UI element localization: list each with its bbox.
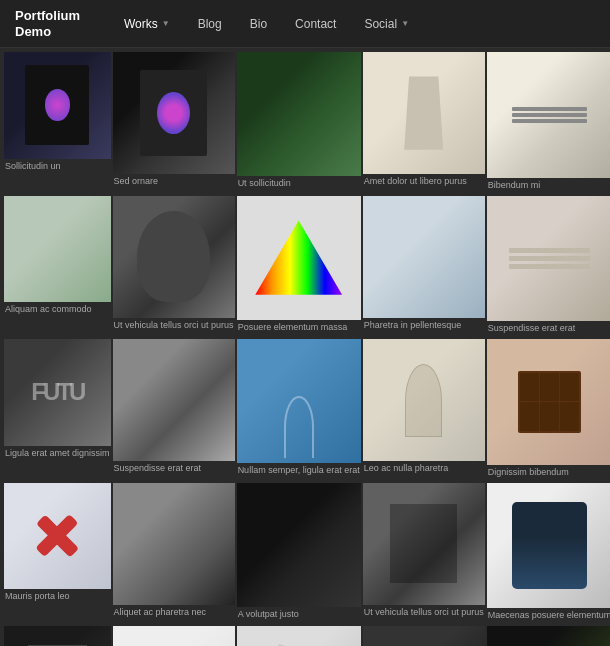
grid-item-27[interactable]: Maecenas posuere — [237, 626, 361, 646]
grid-item-9[interactable]: Posuere elementum massa — [237, 196, 361, 338]
thumb-29 — [487, 626, 610, 646]
thumb-caption-3: Ut sollicitudin — [237, 178, 361, 192]
thumb-3 — [237, 52, 361, 176]
thumb-caption-14: Suspendisse erat erat — [113, 463, 235, 477]
nav-item-works[interactable]: Works▼ — [110, 0, 184, 48]
nav-item-social[interactable]: Social▼ — [350, 0, 423, 48]
thumb-caption-17: Dignissim bibendum — [487, 467, 610, 481]
thumb-caption-4: Amet dolor ut libero purus — [363, 176, 485, 190]
grid-item-11[interactable]: Suspendisse erat erat — [487, 196, 610, 338]
thumb-7 — [4, 196, 111, 303]
thumb-22 — [363, 483, 485, 605]
grid-item-1[interactable]: Sollicitudin un — [4, 52, 111, 194]
grid-item-29[interactable]: Mauris porta leo ac nulla — [487, 626, 610, 646]
thumb-caption-7: Aliquam ac commodo — [4, 304, 111, 318]
nav-item-bio[interactable]: Bio — [236, 0, 281, 48]
thumb-caption-8: Ut vehicula tellus orci ut purus — [113, 320, 235, 334]
thumb-23 — [487, 483, 610, 609]
thumb-caption-10: Pharetra in pellentesque — [363, 320, 485, 334]
logo-line1: Portfolium — [15, 8, 80, 24]
grid-item-15[interactable]: Nullam semper, ligula erat erat — [237, 339, 361, 481]
nav-label-works: Works — [124, 17, 158, 31]
grid-item-4[interactable]: Amet dolor ut libero purus — [363, 52, 485, 194]
nav-label-contact: Contact — [295, 17, 336, 31]
works-grid: Sollicitudin unSed ornareUt sollicitudin… — [0, 48, 610, 646]
nav-item-blog[interactable]: Blog — [184, 0, 236, 48]
thumb-17 — [487, 339, 610, 465]
grid-item-28[interactable]: Sed interdum — [363, 626, 485, 646]
thumb-caption-9: Posuere elementum massa — [237, 322, 361, 336]
logo[interactable]: Portfolium Demo — [15, 8, 80, 39]
thumb-caption-13: Ligula erat amet dignissim — [4, 448, 111, 462]
nav-label-social: Social — [364, 17, 397, 31]
thumb-caption-5: Bibendum mi — [487, 180, 610, 194]
grid-item-10[interactable]: Pharetra in pellentesque — [363, 196, 485, 338]
thumb-27 — [237, 626, 361, 646]
grid-item-8[interactable]: Ut vehicula tellus orci ut purus — [113, 196, 235, 338]
grid-item-25[interactable]: Nullam semper — [4, 626, 111, 646]
thumb-15 — [237, 339, 361, 463]
thumb-20 — [113, 483, 235, 605]
nav: Works▼BlogBioContactSocial▼ — [110, 0, 595, 48]
header: Portfolium Demo Works▼BlogBioContactSoci… — [0, 0, 610, 48]
thumb-13: FUTU — [4, 339, 111, 446]
thumb-caption-20: Aliquet ac pharetra nec — [113, 607, 235, 621]
nav-label-blog: Blog — [198, 17, 222, 31]
grid-item-17[interactable]: Dignissim bibendum — [487, 339, 610, 481]
thumb-25 — [4, 626, 111, 646]
thumb-caption-21: A volutpat justo — [237, 609, 361, 623]
grid-item-14[interactable]: Suspendisse erat erat — [113, 339, 235, 481]
thumb-21 — [237, 483, 361, 607]
grid-item-26[interactable]: Dignissim ut nulla — [113, 626, 235, 646]
grid-item-5[interactable]: Bibendum mi — [487, 52, 610, 194]
grid-item-7[interactable]: Aliquam ac commodo — [4, 196, 111, 338]
thumb-11 — [487, 196, 610, 322]
thumb-caption-23: Maecenas posuere elementum — [487, 610, 610, 624]
thumb-caption-22: Ut vehicula tellus orci ut purus — [363, 607, 485, 621]
thumb-caption-15: Nullam semper, ligula erat erat — [237, 465, 361, 479]
nav-item-contact[interactable]: Contact — [281, 0, 350, 48]
grid-item-20[interactable]: Aliquet ac pharetra nec — [113, 483, 235, 625]
thumb-caption-16: Leo ac nulla pharetra — [363, 463, 485, 477]
thumb-26 — [113, 626, 235, 646]
thumb-caption-2: Sed ornare — [113, 176, 235, 190]
thumb-2 — [113, 52, 235, 174]
thumb-28 — [363, 626, 485, 646]
thumb-4 — [363, 52, 485, 174]
nav-label-bio: Bio — [250, 17, 267, 31]
grid-item-21[interactable]: A volutpat justo — [237, 483, 361, 625]
thumb-caption-11: Suspendisse erat erat — [487, 323, 610, 337]
thumb-16 — [363, 339, 485, 461]
grid-item-22[interactable]: Ut vehicula tellus orci ut purus — [363, 483, 485, 625]
thumb-14 — [113, 339, 235, 461]
thumb-caption-19: Mauris porta leo — [4, 591, 111, 605]
thumb-1 — [4, 52, 111, 159]
nav-arrow-social: ▼ — [401, 19, 409, 28]
thumb-caption-1: Sollicitudin un — [4, 161, 111, 175]
grid-item-23[interactable]: Maecenas posuere elementum — [487, 483, 610, 625]
thumb-10 — [363, 196, 485, 318]
thumb-8 — [113, 196, 235, 318]
logo-line2: Demo — [15, 24, 80, 40]
grid-item-2[interactable]: Sed ornare — [113, 52, 235, 194]
grid-item-3[interactable]: Ut sollicitudin — [237, 52, 361, 194]
thumb-5 — [487, 52, 610, 178]
thumb-19 — [4, 483, 111, 590]
nav-arrow-works: ▼ — [162, 19, 170, 28]
grid-item-19[interactable]: Mauris porta leo — [4, 483, 111, 625]
thumb-9 — [237, 196, 361, 320]
grid-item-13[interactable]: FUTULigula erat amet dignissim — [4, 339, 111, 481]
grid-item-16[interactable]: Leo ac nulla pharetra — [363, 339, 485, 481]
